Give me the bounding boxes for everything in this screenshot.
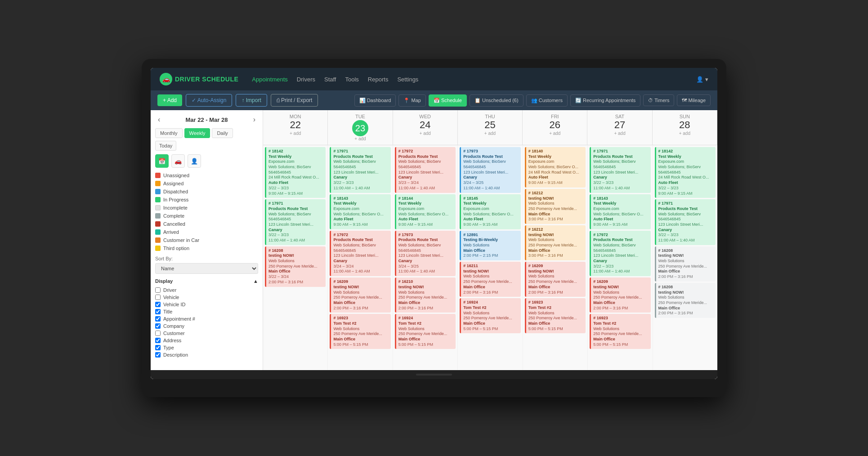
appt-tue-1[interactable]: # 17971 Products Route Test Web Solution… (330, 147, 390, 193)
appt-sat-3[interactable]: # 17972 Products Route Test Web Solution… (590, 231, 650, 277)
legend-label-in-progress: In Progress (163, 197, 188, 202)
appt-sun-4[interactable]: # 16208 testing NOW! Web Solutions 250 P… (655, 283, 716, 318)
type-checkbox[interactable] (155, 345, 161, 350)
appt-tue-4[interactable]: # 16209 testing NOW! Web Solutions 250 P… (330, 277, 390, 313)
dashboard-btn[interactable]: 📊 Dashboard (354, 94, 396, 107)
appt-sat-4[interactable]: # 16209 testing NOW! Web Solutions 250 P… (590, 277, 650, 313)
mileage-btn[interactable]: 🗺 Mileage (677, 94, 711, 106)
appt-thu-3[interactable]: # 12891 Testing Bi-Weekly Web Solutions … (460, 231, 520, 260)
appt-wed-5[interactable]: # 16924 Tom Test #2 Web Solutions 250 Po… (395, 314, 456, 349)
person-view-icon-btn[interactable]: 👤 (188, 154, 201, 168)
print-export-button[interactable]: ⎙ Print / Export (271, 94, 318, 107)
appt-thu-5[interactable]: # 16924 Tom Test #2 Web Solutions 250 Po… (460, 298, 520, 333)
col-header-sat: Sat 27 + add (587, 110, 652, 145)
unscheduled-btn[interactable]: 📋 Unscheduled (6) (470, 94, 523, 107)
schedule-btn[interactable]: 📅 Schedule (429, 94, 467, 107)
address-checkbox[interactable] (155, 338, 161, 343)
appt-sat-1[interactable]: # 17971 Products Route Test Web Solution… (590, 147, 650, 193)
today-btn[interactable]: Today (155, 141, 176, 151)
nav-tools[interactable]: Tools (345, 74, 359, 85)
appt-sun-2[interactable]: # 17971 Products Route Test Web Solution… (655, 199, 716, 245)
vehicle-id-checkbox[interactable] (155, 302, 161, 307)
nav-staff[interactable]: Staff (324, 74, 336, 85)
recurring-btn[interactable]: 🔄 Recurring Appointments (570, 94, 640, 107)
daily-view-btn[interactable]: Daily (212, 128, 233, 138)
appt-fri-5[interactable]: # 16923 Tom Test #2 Web Solutions 250 Po… (525, 298, 586, 333)
appt-thu-2[interactable]: # 18145 Test Weekly Exposure.com Web Sol… (460, 194, 520, 229)
nav-user[interactable]: 👤 ▾ (696, 76, 708, 83)
legend-label-complete: Complete (163, 213, 184, 219)
add-sat[interactable]: + add (589, 131, 650, 136)
legend-label-arrived: Arrived (163, 229, 179, 235)
monthly-view-btn[interactable]: Monthly (155, 128, 183, 138)
appt-fri-1[interactable]: # 18140 Test Weekly Exposure.com Web Sol… (525, 147, 586, 188)
appt-tue-3[interactable]: # 17972 Products Route Test Web Solution… (330, 231, 390, 277)
legend-label-assigned: Assigned (163, 181, 183, 186)
sort-select[interactable]: Name Date Status (155, 263, 258, 274)
appt-thu-4[interactable]: # 16211 testing NOW! Web Solutions 250 P… (460, 262, 520, 297)
map-btn[interactable]: 📍 Map (398, 94, 425, 107)
appt-tue-5[interactable]: # 16923 Tom Test #2 Web Solutions 250 Po… (330, 314, 390, 349)
add-sun[interactable]: + add (654, 131, 715, 136)
appt-mon-1[interactable]: # 18142 Test Weekly Exposure.com Web Sol… (265, 147, 326, 198)
legend-cancelled: Cancelled (155, 220, 258, 228)
legend-customer-in-car: Customer in Car (155, 236, 258, 244)
add-tue[interactable]: + add (330, 136, 390, 141)
legend-arrived: Arrived (155, 228, 258, 236)
appt-fri-3[interactable]: # 16212 testing NOW! Web Solutions 250 P… (525, 225, 586, 260)
add-button[interactable]: + Add (157, 94, 182, 106)
appt-sun-3[interactable]: # 16208 testing NOW! Web Solutions 250 P… (655, 246, 716, 282)
display-header[interactable]: Display ▲ (155, 278, 258, 284)
display-description: Description (155, 351, 258, 358)
logo-bold: DRIVER (175, 76, 200, 83)
add-thu[interactable]: + add (460, 131, 520, 136)
legend-dot-dispatched (155, 189, 161, 194)
legend-dot-customer-in-car (155, 237, 161, 243)
customers-btn[interactable]: 👥 Customers (526, 94, 568, 107)
customer-checkbox[interactable] (155, 331, 161, 336)
toolbar-right: 📊 Dashboard 📍 Map 📅 Schedule 📋 Unschedul… (354, 94, 711, 107)
timers-btn[interactable]: ⏱ Timers (643, 94, 674, 106)
weekly-view-btn[interactable]: Weekly (184, 128, 210, 138)
main-content: ‹ Mar 22 - Mar 28 › Monthly Weekly Daily… (151, 110, 717, 370)
appt-wed-1[interactable]: # 17972 Products Route Test Web Solution… (395, 147, 456, 193)
vehicle-checkbox[interactable] (155, 295, 161, 300)
nav-appointments[interactable]: Appointments (252, 74, 288, 85)
appt-wed-2[interactable]: # 18144 Test Weekly Exposure.com Web Sol… (395, 194, 456, 229)
appt-wed-4[interactable]: # 16210 testing NOW! Web Solutions 250 P… (395, 277, 456, 313)
display-vehicle: Vehicle (155, 294, 258, 301)
nav-reports[interactable]: Reports (368, 74, 389, 85)
nav-settings[interactable]: Settings (397, 74, 418, 85)
appt-fri-4[interactable]: # 16209 testing NOW! Web Solutions 250 P… (525, 262, 586, 297)
next-week-btn[interactable]: › (251, 115, 258, 125)
appt-mon-3[interactable]: # 16208 testing NOW! Web Solutions 250 P… (265, 246, 326, 287)
appt-sat-2[interactable]: # 18143 Test Weekly Exposure.com Web Sol… (590, 194, 650, 229)
import-button[interactable]: ↑ Import (236, 94, 267, 107)
description-checkbox[interactable] (155, 352, 161, 358)
add-wed[interactable]: + add (395, 131, 456, 136)
company-checkbox[interactable] (155, 323, 161, 329)
display-customer: Customer (155, 330, 258, 337)
appt-sun-1[interactable]: # 18142 Test Weekly Exposure.com Web Sol… (655, 147, 716, 198)
appointment-num-checkbox[interactable] (155, 316, 161, 322)
appt-thu-1[interactable]: # 17973 Products Route Test Web Solution… (460, 147, 520, 193)
add-mon[interactable]: + add (265, 131, 326, 136)
title-checkbox[interactable] (155, 309, 161, 314)
col-fri: # 18140 Test Weekly Exposure.com Web Sol… (523, 145, 587, 370)
display-driver: Driver (155, 286, 258, 294)
add-fri[interactable]: + add (524, 131, 585, 136)
display-toggle-icon: ▲ (253, 278, 258, 284)
appt-tue-2[interactable]: # 18143 Test Weekly Exposure.com Web Sol… (330, 194, 390, 229)
prev-week-btn[interactable]: ‹ (155, 115, 163, 125)
appt-mon-2[interactable]: # 17971 Products Route Test Web Solution… (265, 199, 326, 245)
legend-dot-in-progress (155, 197, 161, 202)
car-view-icon-btn[interactable]: 🚗 (171, 154, 185, 168)
logo-colored: SCHEDULE (202, 76, 238, 83)
nav-drivers[interactable]: Drivers (297, 74, 315, 85)
appt-fri-2[interactable]: # 16212 testing NOW! Web Solutions 250 P… (525, 189, 586, 224)
calendar-view-icon-btn[interactable]: 📅 (155, 154, 169, 168)
appt-sat-5[interactable]: # 16923 Tom Test #2 Web Solutions 250 Po… (590, 314, 650, 349)
appt-wed-3[interactable]: # 17973 Products Route Test Web Solution… (395, 231, 456, 277)
driver-checkbox[interactable] (155, 287, 161, 293)
auto-assign-button[interactable]: ✓ Auto-Assign (186, 94, 232, 107)
